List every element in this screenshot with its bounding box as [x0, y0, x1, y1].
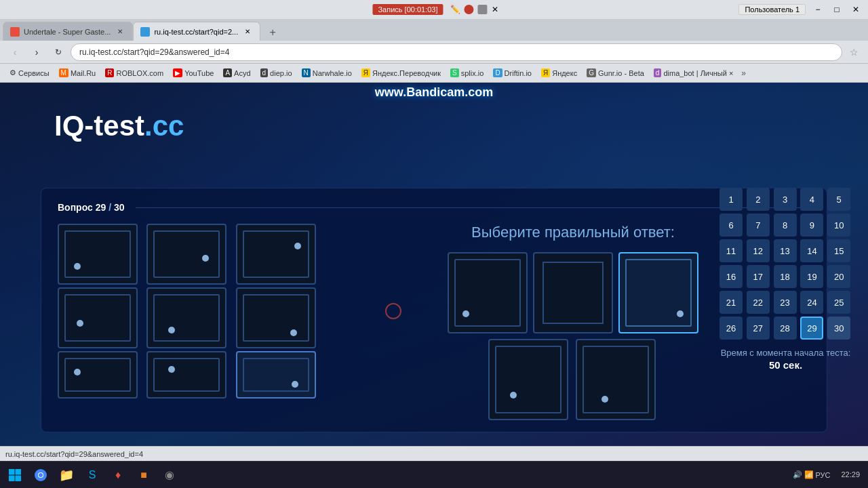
bookmark-services[interactable]: ⚙ Сервисы: [5, 67, 54, 79]
inner-box-1-3: [243, 230, 309, 278]
stop-btn[interactable]: ✕: [492, 5, 498, 14]
bookmark-dimabot-icon: d: [654, 68, 662, 77]
bookmark-acyd[interactable]: A Acyd: [219, 67, 254, 79]
num-btn-23[interactable]: 23: [774, 291, 797, 314]
num-btn-17[interactable]: 17: [747, 265, 770, 288]
bookmark-dimabot[interactable]: d dima_bot | Личный ×: [650, 67, 737, 79]
quiz-main: Выберите правильный ответ:: [58, 224, 810, 406]
bookmark-driftin-icon: D: [493, 68, 502, 77]
tab-2[interactable]: ru.iq-test.cc/start?qid=2... ✕: [133, 22, 260, 41]
num-btn-10[interactable]: 10: [827, 214, 850, 237]
num-btn-30[interactable]: 30: [827, 317, 850, 340]
num-btn-24[interactable]: 24: [800, 291, 823, 314]
bookmark-yandex-translate[interactable]: Я Яндекс.Переводчик: [357, 67, 445, 79]
bookmark-mailru[interactable]: M Mail.Ru: [55, 67, 100, 79]
taskbar-skype[interactable]: S: [80, 464, 104, 487]
num-btn-13[interactable]: 13: [774, 239, 797, 262]
taskbar-chrome[interactable]: [28, 464, 53, 487]
maximize-btn[interactable]: □: [827, 2, 846, 17]
num-btn-25[interactable]: 25: [827, 291, 850, 314]
cam-icon: [478, 5, 488, 14]
timer-section: Время с момента начала теста: 50 сек.: [719, 347, 852, 371]
bookmark-diep-icon: d: [260, 68, 269, 77]
taskbar-explorer[interactable]: 📁: [54, 464, 79, 487]
question-header: Вопрос 29 / 30: [58, 202, 810, 213]
num-btn-5[interactable]: 5: [827, 188, 850, 211]
tab-1-close[interactable]: ✕: [115, 26, 125, 37]
dot-3-1: [74, 369, 81, 375]
num-btn-19[interactable]: 19: [800, 265, 823, 288]
grid-cell-1-2: [146, 224, 226, 285]
num-btn-3[interactable]: 3: [774, 188, 797, 211]
bookmark-diep[interactable]: d diep.io: [256, 67, 296, 79]
num-btn-29[interactable]: 29: [800, 317, 823, 340]
bookmark-gunr[interactable]: G Gunr.io - Beta: [583, 67, 648, 79]
num-btn-20[interactable]: 20: [827, 265, 850, 288]
bookmark-narwhale[interactable]: N Narwhale.io: [298, 67, 356, 79]
answer-option-4[interactable]: [488, 339, 568, 420]
tab-1[interactable]: Undertale - Super Gaste... ✕: [3, 22, 133, 41]
num-btn-28[interactable]: 28: [774, 317, 797, 340]
bookmark-youtube[interactable]: ▶ YouTube: [169, 67, 218, 79]
num-btn-6[interactable]: 6: [719, 214, 743, 237]
num-btn-15[interactable]: 15: [827, 239, 850, 262]
tab-1-favicon: [10, 27, 20, 37]
num-btn-21[interactable]: 21: [719, 291, 743, 314]
bookmark-services-icon: ⚙: [9, 68, 16, 77]
answer-option-5[interactable]: [576, 339, 656, 420]
taskbar-game1[interactable]: ♦: [106, 464, 130, 487]
bookmark-yandex-label: Яндекс: [552, 69, 577, 77]
dot-2-1: [77, 320, 83, 327]
num-btn-26[interactable]: 26: [719, 317, 743, 340]
bookmark-star[interactable]: ☆: [845, 43, 863, 61]
svg-rect-0: [9, 469, 15, 475]
bookmark-splix[interactable]: S splix.io: [446, 67, 488, 79]
answer-option-3[interactable]: [618, 252, 698, 333]
num-btn-7[interactable]: 7: [747, 214, 770, 237]
app3-icon: ◉: [165, 468, 174, 481]
num-btn-27[interactable]: 27: [747, 317, 770, 340]
num-btn-4[interactable]: 4: [800, 188, 823, 211]
inner-box-1-2: [153, 230, 220, 278]
grid-cell-2-2: [146, 287, 226, 348]
taskbar-app2[interactable]: ■: [132, 464, 156, 487]
bookmark-driftin[interactable]: D Driftin.io: [489, 67, 536, 79]
answer-option-1[interactable]: [448, 252, 528, 333]
minimize-btn[interactable]: −: [808, 2, 827, 17]
close-btn[interactable]: ✕: [846, 2, 865, 17]
new-tab-btn[interactable]: +: [263, 24, 282, 41]
num-btn-18[interactable]: 18: [774, 265, 797, 288]
num-btn-22[interactable]: 22: [747, 291, 770, 314]
browser-frame: Запись [00:01:03] ✏️ ✕ Пользователь 1 − …: [0, 0, 868, 488]
num-btn-11[interactable]: 11: [719, 239, 743, 262]
tab-2-title: ru.iq-test.cc/start?qid=2...: [154, 28, 238, 36]
taskbar-app3[interactable]: ◉: [157, 464, 182, 487]
tray-lang: РУС: [815, 471, 830, 479]
num-btn-16[interactable]: 16: [719, 265, 743, 288]
num-btn-2[interactable]: 2: [747, 188, 770, 211]
answer-option-2[interactable]: [533, 252, 613, 333]
back-btn[interactable]: ‹: [5, 43, 24, 61]
taskbar-start[interactable]: [3, 464, 27, 487]
num-btn-1[interactable]: 1: [719, 188, 743, 211]
question-separator: /: [108, 202, 114, 213]
bookmark-narwhale-icon: N: [302, 68, 311, 77]
reload-btn[interactable]: ↻: [49, 43, 68, 61]
num-btn-12[interactable]: 12: [747, 239, 770, 262]
skype-icon: S: [89, 469, 96, 481]
num-btn-8[interactable]: 8: [774, 214, 797, 237]
bookmark-yandex[interactable]: Я Яндекс: [537, 67, 581, 79]
pattern-3x3: [58, 224, 322, 399]
num-btn-14[interactable]: 14: [800, 239, 823, 262]
url-bar[interactable]: ru.iq-test.cc/start?qid=29&answered_id=4: [71, 43, 842, 61]
num-btn-9[interactable]: 9: [800, 214, 823, 237]
tab-2-close[interactable]: ✕: [242, 26, 253, 37]
taskbar-clock[interactable]: 22:29: [835, 470, 865, 479]
clock-time: 22:29: [841, 470, 860, 479]
bookmark-roblox-icon: R: [105, 68, 114, 77]
bookmarks-overflow[interactable]: »: [741, 68, 746, 78]
address-bar: ‹ › ↻ ru.iq-test.cc/start?qid=29&answere…: [0, 41, 868, 64]
bookmark-roblox[interactable]: R ROBLOX.com: [101, 67, 167, 79]
grid-cell-3-3: [236, 351, 316, 399]
forward-btn[interactable]: ›: [27, 43, 46, 61]
